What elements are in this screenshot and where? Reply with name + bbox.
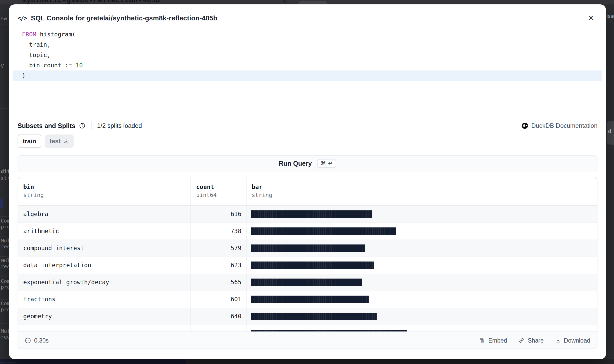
split-selector: traintest bbox=[18, 134, 74, 148]
histogram-bar bbox=[251, 330, 407, 331]
table-row: algebra616 bbox=[18, 206, 597, 223]
footer-actions: EmbedShareDownload bbox=[479, 337, 590, 344]
background-row-divider bbox=[0, 236, 9, 236]
sql-editor[interactable]: FROM histogram( train, topic, bin_count … bbox=[13, 29, 602, 81]
sql-token-keyword: FROM bbox=[22, 31, 36, 38]
results-card: binstringcountuint64barstring algebra616… bbox=[18, 177, 597, 349]
background-text-fragment: Mul bbox=[1, 238, 9, 244]
divider bbox=[91, 122, 91, 130]
background-bottom-edge bbox=[0, 359, 614, 364]
cell-count: 601 bbox=[190, 291, 246, 308]
background-dashed-line bbox=[0, 362, 16, 362]
histogram-bar bbox=[251, 262, 374, 269]
cell-count: 579 bbox=[190, 240, 246, 257]
background-selection-block bbox=[0, 199, 3, 208]
split-chip-test[interactable]: test bbox=[45, 134, 74, 148]
histogram-bar bbox=[251, 279, 362, 286]
histogram-bar bbox=[251, 313, 377, 320]
cell-bin: geometry bbox=[18, 308, 190, 325]
info-icon[interactable] bbox=[79, 123, 85, 129]
column-header-bar: barstring bbox=[246, 177, 597, 205]
kbd-key: ⌘ bbox=[321, 160, 326, 167]
background-row-divider bbox=[0, 299, 9, 300]
table-row: geometry640 bbox=[18, 308, 597, 325]
modal-title: SQL Console for gretelai/synthetic-gsm8k… bbox=[31, 14, 218, 22]
table-row: compound interest579 bbox=[18, 240, 597, 257]
background-row-divider bbox=[0, 163, 9, 163]
action-label: Share bbox=[528, 337, 543, 344]
close-icon[interactable]: ✕ bbox=[585, 12, 597, 23]
cell-bar bbox=[246, 223, 597, 240]
table-row: arithmetic738 bbox=[18, 223, 597, 240]
background-text-fragment: Com bbox=[1, 218, 9, 224]
subsets-heading: Subsets and Splits bbox=[18, 122, 75, 130]
embed-icon bbox=[479, 337, 485, 344]
cell-bar bbox=[246, 257, 597, 274]
background-row-divider bbox=[0, 323, 9, 324]
cell-bar bbox=[246, 325, 597, 331]
cell-bar bbox=[246, 274, 597, 291]
cell-bin bbox=[18, 325, 190, 331]
splits-loaded-status: 1/2 splits loaded bbox=[97, 122, 142, 129]
background-text-fragment: pro bbox=[1, 306, 9, 313]
sql-editor-line[interactable]: bin_count := 10 bbox=[13, 60, 602, 70]
kbd-key: ↵ bbox=[328, 160, 333, 167]
cell-count bbox=[190, 325, 246, 331]
split-chip-train[interactable]: train bbox=[18, 134, 41, 148]
split-label: test bbox=[50, 138, 61, 145]
duckdb-documentation-link[interactable]: DuckDB Documentation bbox=[521, 122, 597, 129]
cell-count: 623 bbox=[190, 257, 246, 274]
code-icon: </> bbox=[18, 15, 27, 21]
background-text-fragment: Mul bbox=[1, 328, 9, 334]
download-button[interactable]: Download bbox=[555, 337, 590, 344]
cell-count: 616 bbox=[190, 206, 246, 223]
download-icon bbox=[63, 138, 69, 144]
action-label: Download bbox=[564, 337, 590, 344]
cell-bin: exponential growth/decay bbox=[18, 274, 190, 291]
page: synthetic-gsm8k-reflection-405b ⧉ swVdif… bbox=[0, 0, 614, 364]
embed-button[interactable]: Embed bbox=[479, 337, 507, 344]
sql-editor-line[interactable]: train, bbox=[13, 39, 602, 50]
cell-count: 565 bbox=[190, 274, 246, 291]
cell-count: 738 bbox=[190, 223, 246, 240]
cell-bin: algebra bbox=[18, 206, 190, 223]
share-icon bbox=[518, 337, 525, 344]
results-footer: 0.30s EmbedShareDownload bbox=[18, 331, 597, 349]
table-row: data interpretation623 bbox=[18, 257, 597, 274]
background-row-divider bbox=[0, 256, 9, 257]
clock-icon bbox=[25, 337, 31, 344]
background-text-fragment: req bbox=[1, 334, 9, 340]
table-row: fractions601 bbox=[18, 291, 597, 308]
results-table: binstringcountuint64barstring algebra616… bbox=[18, 177, 597, 331]
column-header-count: countuint64 bbox=[190, 177, 246, 205]
download-icon bbox=[555, 338, 561, 343]
like-button-fragment bbox=[298, 1, 327, 4]
cell-bin: data interpretation bbox=[18, 257, 190, 274]
split-label: train bbox=[23, 138, 36, 145]
background-text-fragment: Com bbox=[1, 300, 9, 306]
query-duration: 0.30s bbox=[25, 337, 49, 344]
sql-editor-line[interactable]: ) bbox=[13, 70, 602, 81]
background-row-divider bbox=[0, 108, 9, 109]
sql-editor-line[interactable]: topic, bbox=[13, 50, 602, 60]
background-bottom-navy bbox=[0, 359, 186, 364]
sql-token-plain: histogram( bbox=[36, 31, 75, 38]
background-text-fragment: Mul bbox=[1, 257, 9, 264]
run-query-label: Run Query bbox=[279, 160, 312, 167]
sql-console-modal: </> SQL Console for gretelai/synthetic-g… bbox=[9, 4, 606, 359]
share-button[interactable]: Share bbox=[518, 337, 543, 344]
sql-editor-line[interactable]: FROM histogram( bbox=[13, 29, 602, 39]
run-query-button[interactable]: Run Query ⌘↵ bbox=[18, 155, 597, 171]
histogram-bar bbox=[251, 244, 365, 252]
background-text-fragment: pro bbox=[1, 284, 9, 290]
table-row bbox=[18, 325, 597, 331]
cell-bar bbox=[246, 291, 597, 308]
background-text-fragment: sw bbox=[1, 15, 7, 22]
histogram-bar bbox=[251, 296, 369, 303]
background-text-fragment: req bbox=[1, 263, 9, 270]
background-right-column: d issa bbox=[606, 4, 614, 359]
table-row: exponential growth/decay565 bbox=[18, 274, 597, 291]
sql-token-plain: topic, bbox=[22, 52, 51, 58]
cell-bin: arithmetic bbox=[18, 223, 190, 240]
sql-token-plain: bin_count := bbox=[22, 62, 76, 69]
